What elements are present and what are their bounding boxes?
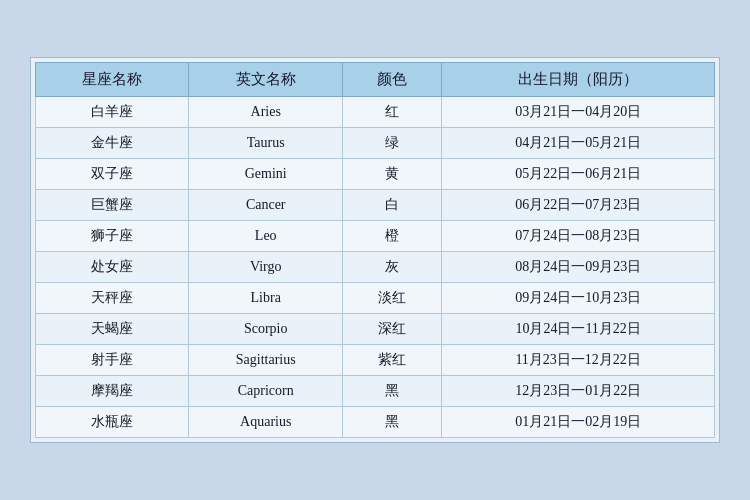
cell-row0-col3: 03月21日一04月20日: [442, 97, 715, 128]
cell-row1-col2: 绿: [342, 128, 441, 159]
cell-row9-col0: 摩羯座: [36, 376, 189, 407]
header-english-name: 英文名称: [189, 63, 342, 97]
table-row: 巨蟹座Cancer白06月22日一07月23日: [36, 190, 715, 221]
cell-row4-col0: 狮子座: [36, 221, 189, 252]
cell-row4-col3: 07月24日一08月23日: [442, 221, 715, 252]
cell-row0-col2: 红: [342, 97, 441, 128]
cell-row2-col1: Gemini: [189, 159, 342, 190]
cell-row6-col1: Libra: [189, 283, 342, 314]
cell-row0-col0: 白羊座: [36, 97, 189, 128]
cell-row9-col1: Capricorn: [189, 376, 342, 407]
table-row: 摩羯座Capricorn黑12月23日一01月22日: [36, 376, 715, 407]
table-row: 射手座Sagittarius紫红11月23日一12月22日: [36, 345, 715, 376]
cell-row10-col2: 黑: [342, 407, 441, 438]
table-row: 天蝎座Scorpio深红10月24日一11月22日: [36, 314, 715, 345]
cell-row4-col1: Leo: [189, 221, 342, 252]
cell-row7-col0: 天蝎座: [36, 314, 189, 345]
cell-row5-col3: 08月24日一09月23日: [442, 252, 715, 283]
cell-row10-col3: 01月21日一02月19日: [442, 407, 715, 438]
cell-row1-col0: 金牛座: [36, 128, 189, 159]
cell-row5-col1: Virgo: [189, 252, 342, 283]
cell-row0-col1: Aries: [189, 97, 342, 128]
cell-row6-col0: 天秤座: [36, 283, 189, 314]
cell-row8-col1: Sagittarius: [189, 345, 342, 376]
cell-row7-col3: 10月24日一11月22日: [442, 314, 715, 345]
cell-row8-col0: 射手座: [36, 345, 189, 376]
cell-row3-col0: 巨蟹座: [36, 190, 189, 221]
cell-row10-col0: 水瓶座: [36, 407, 189, 438]
cell-row9-col2: 黑: [342, 376, 441, 407]
cell-row9-col3: 12月23日一01月22日: [442, 376, 715, 407]
cell-row6-col3: 09月24日一10月23日: [442, 283, 715, 314]
table-row: 金牛座Taurus绿04月21日一05月21日: [36, 128, 715, 159]
zodiac-table-container: 星座名称 英文名称 颜色 出生日期（阳历） 白羊座Aries红03月21日一04…: [30, 57, 720, 443]
cell-row3-col1: Cancer: [189, 190, 342, 221]
cell-row5-col2: 灰: [342, 252, 441, 283]
cell-row4-col2: 橙: [342, 221, 441, 252]
header-chinese-name: 星座名称: [36, 63, 189, 97]
cell-row7-col1: Scorpio: [189, 314, 342, 345]
cell-row10-col1: Aquarius: [189, 407, 342, 438]
cell-row5-col0: 处女座: [36, 252, 189, 283]
cell-row3-col2: 白: [342, 190, 441, 221]
cell-row3-col3: 06月22日一07月23日: [442, 190, 715, 221]
cell-row8-col2: 紫红: [342, 345, 441, 376]
header-birthday: 出生日期（阳历）: [442, 63, 715, 97]
table-row: 狮子座Leo橙07月24日一08月23日: [36, 221, 715, 252]
table-header-row: 星座名称 英文名称 颜色 出生日期（阳历）: [36, 63, 715, 97]
cell-row7-col2: 深红: [342, 314, 441, 345]
table-row: 白羊座Aries红03月21日一04月20日: [36, 97, 715, 128]
table-row: 天秤座Libra淡红09月24日一10月23日: [36, 283, 715, 314]
table-row: 双子座Gemini黄05月22日一06月21日: [36, 159, 715, 190]
cell-row6-col2: 淡红: [342, 283, 441, 314]
cell-row2-col0: 双子座: [36, 159, 189, 190]
zodiac-table: 星座名称 英文名称 颜色 出生日期（阳历） 白羊座Aries红03月21日一04…: [35, 62, 715, 438]
table-row: 处女座Virgo灰08月24日一09月23日: [36, 252, 715, 283]
cell-row1-col3: 04月21日一05月21日: [442, 128, 715, 159]
cell-row8-col3: 11月23日一12月22日: [442, 345, 715, 376]
cell-row1-col1: Taurus: [189, 128, 342, 159]
cell-row2-col2: 黄: [342, 159, 441, 190]
table-body: 白羊座Aries红03月21日一04月20日金牛座Taurus绿04月21日一0…: [36, 97, 715, 438]
table-row: 水瓶座Aquarius黑01月21日一02月19日: [36, 407, 715, 438]
cell-row2-col3: 05月22日一06月21日: [442, 159, 715, 190]
header-color: 颜色: [342, 63, 441, 97]
